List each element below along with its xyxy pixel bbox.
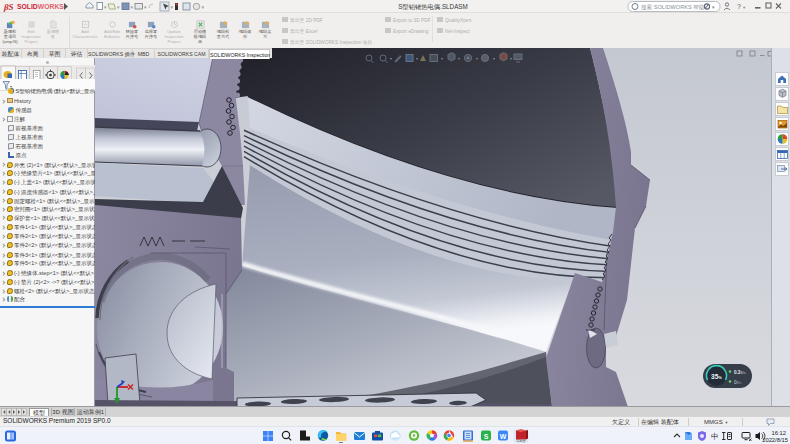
svg-text:▾: ▾ [493,56,495,61]
svg-text:0B/s: 0B/s [734,380,742,385]
svg-text:▾: ▾ [458,56,460,61]
svg-text:▾: ▾ [416,56,418,61]
svg-text:▾: ▾ [104,4,107,10]
svg-text:▾: ▾ [476,56,478,61]
svg-text:βS: βS [3,2,14,12]
svg-text:▾: ▾ [144,4,147,10]
svg-text:▾: ▾ [510,56,512,61]
svg-text:S: S [484,433,489,440]
svg-text:▾: ▾ [117,4,120,10]
svg-text:35%: 35% [711,373,722,380]
svg-text:实战营: 实战营 [516,439,526,443]
svg-text:SOLIDWORKS: SOLIDWORKS [17,3,64,10]
svg-text:?: ? [737,3,741,10]
svg-text:▾: ▾ [390,56,392,61]
svg-text:▾: ▾ [743,5,746,10]
svg-text:中: 中 [711,432,719,441]
svg-text:2022/8/15: 2022/8/15 [762,437,788,443]
svg-text:▾: ▾ [202,4,205,10]
svg-text:搜索 SOLIDWORKS 帮助: 搜索 SOLIDWORKS 帮助 [641,4,705,11]
svg-text:▾: ▾ [171,4,174,10]
svg-text:W: W [500,433,507,440]
svg-text:16:12: 16:12 [771,430,786,436]
svg-text:S型铂铑热电偶.SLDASM: S型铂铑热电偶.SLDASM [398,3,468,11]
svg-text:0.3B/s: 0.3B/s [734,370,746,375]
svg-text:▾: ▾ [441,56,443,61]
svg-text:▾: ▾ [131,4,134,10]
